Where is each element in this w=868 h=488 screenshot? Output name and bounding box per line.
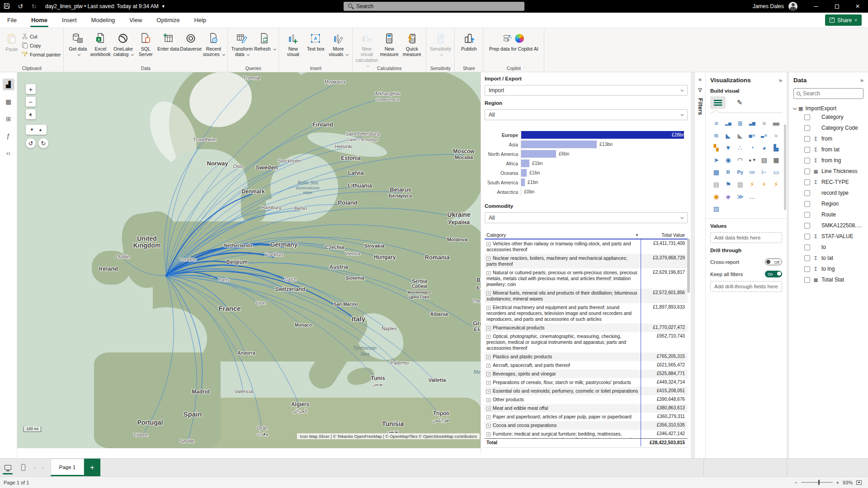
bar-south-america[interactable]	[521, 178, 525, 186]
map-select-tool-button[interactable]: ➤	[26, 109, 36, 119]
table-row[interactable]: +Paper and paperboard; articles of paper…	[485, 413, 688, 421]
donut-chart[interactable]: ◕	[758, 143, 770, 153]
matrix[interactable]: ▩	[710, 167, 722, 177]
bar-asia[interactable]	[521, 141, 597, 148]
cut-button[interactable]: Cut	[22, 33, 61, 41]
menu-insert[interactable]: Insert	[55, 13, 84, 28]
desktop-layout-button[interactable]	[0, 459, 15, 476]
bar-row-europe[interactable]: Europe£28bn	[485, 130, 688, 140]
kpi[interactable]: ▲▼	[746, 155, 759, 165]
checkbox[interactable]	[804, 125, 810, 131]
expand-icon[interactable]: +	[486, 291, 491, 296]
onelake-catalog-button[interactable]: OneLake catalog	[112, 31, 134, 64]
col-category[interactable]: Category	[486, 232, 506, 238]
refresh-button[interactable]: Refresh	[253, 31, 276, 64]
publish-button[interactable]: Publish	[458, 31, 480, 64]
build-visual-tab[interactable]	[710, 96, 726, 109]
data-search[interactable]	[793, 88, 863, 99]
checkbox[interactable]	[804, 169, 810, 174]
add-drill-through-dropzone[interactable]: Add drill-through fields here	[710, 281, 782, 292]
checkbox[interactable]	[804, 223, 810, 229]
bar-row-oceania[interactable]: Oceania£1bn	[485, 168, 688, 178]
new-measure-button[interactable]: New measure	[378, 31, 401, 64]
table-node-importexport[interactable]: ▦ ImportExport	[793, 105, 863, 112]
checkbox[interactable]	[804, 244, 810, 250]
checkbox[interactable]	[804, 212, 810, 218]
bar-europe[interactable]	[521, 131, 684, 139]
zoom-slider-thumb[interactable]	[818, 480, 820, 485]
table-row[interactable]: +Electrical machinery and equipment and …	[485, 303, 688, 324]
field-record-type[interactable]: record type	[793, 188, 863, 198]
line-chart[interactable]: ≋	[710, 131, 722, 141]
checkbox[interactable]	[804, 201, 810, 207]
field-smka122508-c[interactable]: SMKA122508.C...	[793, 220, 863, 231]
keep-all-filters-toggle[interactable]: On	[765, 271, 782, 277]
field-to-lat[interactable]: Σto lat	[793, 253, 863, 263]
treemap[interactable]: ▙	[770, 143, 783, 153]
menu-help[interactable]: Help	[187, 13, 214, 28]
table-scrollbar[interactable]	[687, 239, 690, 293]
more-visuals-ellipsis[interactable]: …	[746, 192, 759, 202]
stacked-column-chart[interactable]: ▂▅	[722, 118, 735, 128]
funnel-chart[interactable]: ▼	[722, 143, 735, 153]
power-automate-visual[interactable]: ≫	[734, 192, 746, 202]
map-rotate-cw-button[interactable]: ↻	[38, 138, 48, 148]
table-row[interactable]: +Furniture; medical and surgical furnitu…	[485, 430, 688, 438]
filters-title[interactable]: Filters	[697, 98, 703, 115]
100-stacked-bar-chart[interactable]: ≡	[758, 118, 770, 128]
table-row[interactable]: +Preparations of cereals, flour, starch …	[485, 378, 688, 387]
share-button[interactable]: Share ∨	[825, 14, 862, 26]
table-view[interactable]: ▦	[3, 96, 14, 108]
add-data-fields-dropzone[interactable]: Add data fields here	[710, 232, 782, 243]
build-extra-visual[interactable]: ▧	[710, 204, 722, 214]
transform-data-button[interactable]: Transform data	[231, 31, 253, 64]
bar-row-asia[interactable]: Asia£13bn	[485, 140, 688, 149]
new-visual-button[interactable]: New visual	[282, 31, 304, 64]
table-row[interactable]: +Meat and edible meat offal£380,863,613	[485, 404, 688, 413]
waterfall-chart[interactable]: ▚	[710, 143, 722, 153]
quick-filter-2[interactable]: ⚡	[758, 179, 770, 189]
expand-icon[interactable]: +	[486, 257, 491, 261]
table-row[interactable]: +Other products£390,648,676	[485, 395, 688, 404]
table-row[interactable]: +Nuclear reactors, boilers, machinery an…	[485, 254, 688, 268]
map-pitch-buttons[interactable]: ▼▲	[26, 125, 47, 135]
key-influencers[interactable]: ≔	[746, 167, 759, 177]
field-to-lng[interactable]: Σto lng	[793, 263, 863, 274]
checkbox[interactable]	[804, 158, 810, 164]
expand-icon[interactable]: +	[486, 424, 491, 428]
recent-sources-button[interactable]: Recent sources	[202, 31, 225, 64]
table-row[interactable]: +Natural or cultured pearls, precious or…	[485, 268, 688, 289]
commodity-dropdown[interactable]: All	[485, 212, 688, 223]
smart-narrative[interactable]: ▤	[710, 179, 722, 189]
field-region[interactable]: Region	[793, 198, 863, 209]
report-view[interactable]: ▟	[3, 79, 14, 90]
field-from-lat[interactable]: Σfrom lat	[793, 144, 863, 155]
metrics[interactable]: ⚑	[722, 179, 735, 189]
zoom-slider[interactable]	[801, 482, 833, 483]
mobile-layout-button[interactable]	[15, 459, 31, 476]
expand-icon[interactable]: +	[486, 306, 491, 310]
field-category-code[interactable]: Category Code	[793, 122, 863, 133]
save-icon[interactable]	[0, 3, 14, 10]
field-total-stat[interactable]: ▦Total Stat	[793, 274, 863, 285]
area-chart[interactable]: ◣	[722, 131, 735, 141]
excel-workbook-button[interactable]: XExcel workbook	[89, 31, 112, 64]
title-caret-icon[interactable]: ▼	[161, 4, 165, 9]
expand-icon[interactable]: +	[486, 326, 491, 330]
expand-filters-icon[interactable]: «	[695, 76, 705, 83]
clustered-bar-chart[interactable]: ≣	[734, 118, 746, 128]
ribbon-chart[interactable]: ≈	[770, 131, 783, 141]
copy-button[interactable]: Copy	[22, 42, 61, 50]
next-page-icon[interactable]: ›	[39, 459, 47, 476]
zoom-in-icon[interactable]: +	[836, 480, 839, 485]
menu-file[interactable]: File	[0, 13, 24, 28]
field-category[interactable]: Category	[793, 112, 863, 122]
menu-optimize[interactable]: Optimize	[149, 13, 187, 28]
model-view[interactable]: ⊞	[3, 113, 14, 125]
menu-view[interactable]: View	[122, 13, 149, 28]
get-data-button[interactable]: Get data	[66, 31, 89, 64]
menu-modeling[interactable]: Modeling	[84, 13, 123, 28]
expand-icon[interactable]: +	[486, 355, 491, 359]
collapse-data-pane-icon[interactable]: »	[860, 77, 863, 84]
close-button[interactable]: ✕	[847, 0, 868, 13]
